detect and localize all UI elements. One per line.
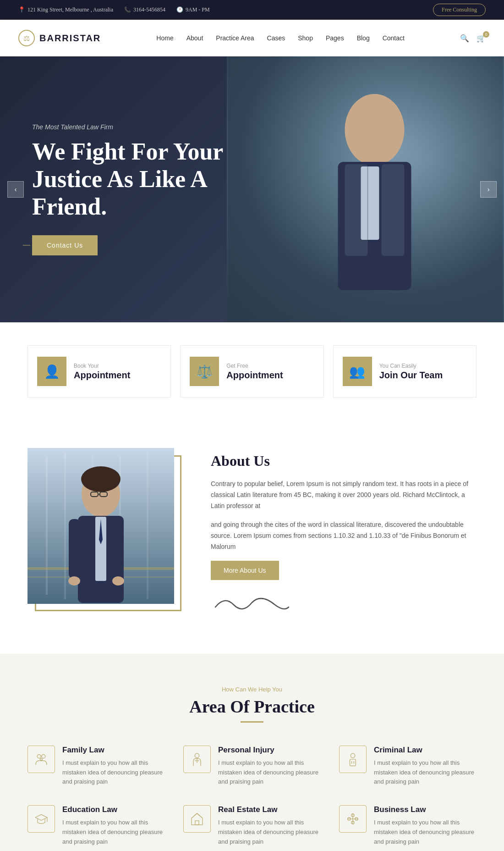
practice-name-1: Personal Injury	[218, 746, 321, 755]
about-image	[27, 448, 174, 604]
practice-name-4: Real Estate Law	[218, 805, 321, 814]
svg-point-27	[37, 754, 41, 758]
svg-rect-23	[69, 519, 80, 579]
feature-card-2[interactable]: 👥 You Can Easily Join Our Team	[333, 345, 477, 398]
nav-item-cases[interactable]: Cases	[267, 34, 285, 42]
practice-icon-3	[27, 805, 55, 833]
practice-item-1[interactable]: Personal Injury I must explain to you ho…	[183, 746, 321, 787]
about-section: About Us Contrary to popular belief, Lor…	[0, 420, 504, 654]
practice-info-2: Criminal Law I must explain to you how a…	[374, 746, 477, 787]
nav-item-shop[interactable]: Shop	[298, 34, 313, 42]
practice-title: Area Of Practice	[27, 696, 477, 717]
svg-rect-24	[112, 519, 124, 579]
practice-desc-1: I must explain to you how all this mista…	[218, 758, 321, 787]
practice-name-5: Business Law	[374, 805, 477, 814]
nav-item-blog[interactable]: Blog	[357, 34, 370, 42]
nav-item-pages[interactable]: Pages	[326, 34, 344, 42]
logo-icon: ⚖	[18, 30, 35, 46]
practice-section: How Can We Help You Area Of Practice Fam…	[0, 654, 504, 851]
nav-item-practice-area[interactable]: Practice Area	[216, 34, 254, 42]
practice-item-4[interactable]: Real Estate Law I must explain to you ho…	[183, 805, 321, 846]
about-content: About Us Contrary to popular belief, Lor…	[211, 448, 477, 617]
address-text: 121 King Street, Melbourne , Australia	[27, 6, 113, 13]
feature-card-0[interactable]: 👤 Book Your Appointment	[27, 345, 171, 398]
practice-icon-0	[27, 746, 55, 773]
section-divider	[241, 721, 263, 723]
cart-badge: 0	[483, 31, 489, 38]
logo-text: BARRISTAR	[39, 33, 101, 44]
practice-desc-4: I must explain to you how all this mista…	[218, 818, 321, 846]
practice-info-3: Education Law I must explain to you how …	[62, 805, 165, 846]
svg-point-1	[345, 94, 405, 166]
svg-rect-5	[361, 166, 379, 240]
feature-label-1: Get Free	[226, 363, 283, 369]
about-paragraph-1: Contrary to popular belief, Lorem Ipsum …	[211, 479, 477, 511]
feature-icon-2: 👥	[343, 357, 372, 386]
feature-card-1[interactable]: ⚖️ Get Free Appointment	[180, 345, 323, 398]
feature-title-2: Join Our Team	[379, 370, 443, 381]
hero-title: We Fight For Your Justice As Like A Frie…	[32, 138, 243, 220]
features-section: 👤 Book Your Appointment ⚖️ Get Free Appo…	[0, 322, 504, 420]
feature-text-2: You Can Easily Join Our Team	[379, 363, 443, 381]
phone-text: 3164-5456854	[133, 6, 165, 13]
svg-rect-39	[195, 821, 199, 825]
practice-info-4: Real Estate Law I must explain to you ho…	[218, 805, 321, 846]
practice-name-0: Family Law	[62, 746, 165, 755]
about-title: About Us	[211, 453, 477, 470]
logo: ⚖ BARRISTAR	[18, 30, 101, 46]
practice-desc-0: I must explain to you how all this mista…	[62, 758, 165, 787]
svg-point-28	[42, 754, 45, 758]
feature-text-0: Book Your Appointment	[74, 363, 130, 381]
phone-icon: 📞	[124, 6, 131, 13]
nav-item-about[interactable]: About	[186, 34, 203, 42]
nav-icons: 🔍 🛒0	[460, 34, 486, 43]
svg-point-26	[112, 576, 124, 586]
svg-point-16	[81, 466, 121, 492]
phone-item: 📞 3164-5456854	[124, 6, 165, 13]
hours-item: 🕐 9AM - PM	[176, 6, 210, 13]
practice-info-5: Business Law I must explain to you how a…	[374, 805, 477, 846]
svg-rect-8	[46, 457, 48, 595]
practice-name-3: Education Law	[62, 805, 165, 814]
contact-us-button[interactable]: Contact Us	[32, 235, 98, 255]
practice-item-3[interactable]: Education Law I must explain to you how …	[27, 805, 165, 846]
feature-title-1: Appointment	[226, 370, 283, 381]
practice-desc-5: I must explain to you how all this mista…	[374, 818, 477, 846]
practice-name-2: Criminal Law	[374, 746, 477, 755]
hero-prev-button[interactable]: ‹	[7, 181, 24, 198]
practice-grid: Family Law I must explain to you how all…	[27, 746, 477, 847]
svg-marker-38	[192, 813, 203, 825]
hours-text: 9AM - PM	[186, 6, 210, 13]
free-consulting-button[interactable]: Free Consulting	[433, 4, 486, 16]
nav-item-home[interactable]: Home	[156, 34, 173, 42]
practice-icon-2	[339, 746, 367, 773]
more-about-us-button[interactable]: More About Us	[211, 561, 279, 580]
hero-section: The Most Talented Law Firm We Fight For …	[0, 56, 504, 322]
practice-info-0: Family Law I must explain to you how all…	[62, 746, 165, 787]
svg-rect-4	[382, 164, 405, 256]
practice-item-2[interactable]: Criminal Law I must explain to you how a…	[339, 746, 477, 787]
svg-point-33	[351, 753, 355, 758]
practice-desc-3: I must explain to you how all this mista…	[62, 818, 165, 846]
top-bar-info: 📍 121 King Street, Melbourne , Australia…	[18, 6, 210, 13]
feature-label-0: Book Your	[74, 363, 130, 369]
feature-icon-1: ⚖️	[190, 357, 219, 386]
clock-icon: 🕐	[176, 6, 183, 13]
address-item: 📍 121 King Street, Melbourne , Australia	[18, 6, 113, 13]
practice-item-5[interactable]: Business Law I must explain to you how a…	[339, 805, 477, 846]
hero-next-button[interactable]: ›	[480, 181, 497, 198]
cart-button[interactable]: 🛒0	[477, 34, 486, 43]
about-paragraph-2: and going through the cites of the word …	[211, 519, 477, 552]
nav-item-contact[interactable]: Contact	[383, 34, 405, 42]
signature-image	[211, 591, 293, 614]
svg-point-30	[195, 753, 199, 758]
practice-item-0[interactable]: Family Law I must explain to you how all…	[27, 746, 165, 787]
svg-rect-34	[350, 759, 356, 766]
practice-icon-4	[183, 805, 211, 833]
navbar: ⚖ BARRISTAR HomeAboutPractice AreaCasesS…	[0, 20, 504, 56]
top-bar: 📍 121 King Street, Melbourne , Australia…	[0, 0, 504, 20]
feature-title-0: Appointment	[74, 370, 130, 381]
search-button[interactable]: 🔍	[460, 34, 469, 43]
feature-text-1: Get Free Appointment	[226, 363, 283, 381]
feature-label-2: You Can Easily	[379, 363, 443, 369]
